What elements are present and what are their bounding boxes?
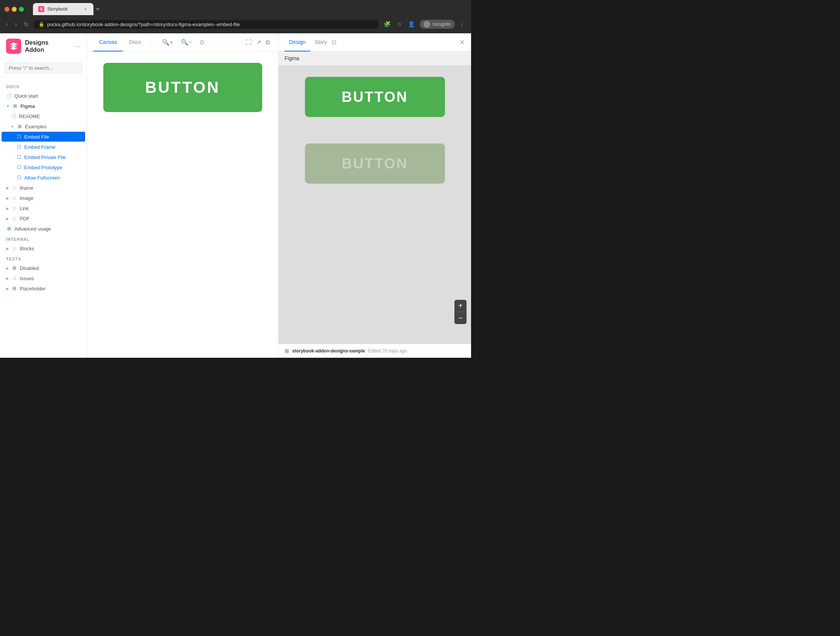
sidebar-item-embed-prototype[interactable]: ☐ Embed Prototype — [2, 162, 85, 172]
chevron-down-icon: ▼ — [11, 125, 14, 129]
profile-button[interactable]: 👤 — [406, 20, 417, 28]
zoom-out-button[interactable]: 🔍− — [178, 37, 194, 47]
sidebar-item-allow-fullscreen[interactable]: ☐ Allow Fullscreen — [2, 172, 85, 182]
traffic-lights — [5, 7, 24, 12]
figma-button-disabled: BUTTON — [305, 144, 445, 184]
chevron-right-icon: ▶ — [6, 266, 9, 270]
sidebar-item-image[interactable]: ▶ □ Image — [2, 193, 85, 203]
sidebar-item-label: README — [19, 114, 40, 119]
browser-addressbar: ‹ › ↻ 🔒 pocka.github.io/storybook-addon-… — [0, 17, 471, 32]
split-panel-button[interactable]: ⊟ — [332, 39, 336, 46]
tests-section-label: TESTS — [0, 254, 87, 263]
browser-forward-button[interactable]: › — [13, 19, 18, 29]
zoom-plus-button[interactable]: + — [455, 300, 467, 312]
minimize-button[interactable] — [12, 7, 17, 12]
right-panel-tabs: Design Story ⊟ ✕ — [278, 33, 471, 52]
sidebar-item-disabled[interactable]: ▶ ⊞ Disabled — [2, 263, 85, 273]
main-content: Canvas Docs 🔍+ 🔍− ⊙ ⛶ ↗ ⧉ BUTTON — [87, 33, 278, 358]
design-tab-label: Design — [289, 39, 306, 45]
sidebar-item-label: Embed Private File — [24, 155, 66, 160]
grid-icon: ⊞ — [12, 103, 18, 109]
sidebar-app-title: Designs Addon — [25, 39, 49, 53]
sidebar-logo — [6, 39, 21, 54]
sidebar-item-iframe[interactable]: ▶ □ iframe — [2, 183, 85, 193]
sidebar-item-blocks[interactable]: ▶ □ Blocks — [2, 244, 85, 253]
copy-link-button[interactable]: ⧉ — [263, 38, 272, 47]
active-tab[interactable]: S Storybook × — [33, 3, 93, 15]
toolbar-divider — [150, 38, 151, 47]
tab-close-button[interactable]: × — [83, 6, 88, 12]
book-icon: 📄 — [6, 93, 12, 99]
folder-icon: □ — [11, 205, 17, 211]
sidebar-item-pdf[interactable]: ▶ □ PDF — [2, 214, 85, 223]
doc-icon: ☐ — [16, 134, 22, 140]
grid-icon: ⊞ — [17, 123, 23, 130]
sidebar-item-issues[interactable]: ▶ □ Issues — [2, 273, 85, 283]
folder-icon: □ — [11, 185, 17, 191]
close-panel-button[interactable]: ✕ — [459, 38, 465, 47]
figma-canvas: BUTTON BUTTON — [278, 65, 471, 344]
chevron-right-icon: ▶ — [6, 217, 9, 221]
address-bar[interactable]: 🔒 pocka.github.io/storybook-addon-design… — [34, 20, 379, 29]
sidebar-item-embed-file[interactable]: ☐ Embed File — [2, 132, 85, 142]
docs-section-label: DOCS — [0, 81, 87, 90]
zoom-minus-button[interactable]: − — [455, 312, 467, 324]
tab-design[interactable]: Design — [284, 33, 310, 52]
folder-icon: □ — [11, 275, 17, 281]
sidebar-item-placeholder[interactable]: ▶ ⊞ Placeholder — [2, 283, 85, 293]
toolbar-actions: 🔍+ 🔍− ⊙ — [159, 37, 207, 47]
sidebar-item-label: Disabled — [20, 265, 39, 271]
sidebar-item-embed-private-file[interactable]: ☐ Embed Private File — [2, 152, 85, 162]
browser-back-button[interactable]: ‹ — [5, 19, 9, 29]
new-tab-button[interactable]: + — [93, 5, 102, 13]
sidebar-more-button[interactable]: ··· — [75, 43, 81, 51]
book-icon: 📄 — [11, 113, 17, 119]
chevron-right-icon: ▶ — [6, 196, 9, 200]
tab-bar: S Storybook × + — [33, 3, 102, 15]
sidebar-nav: DOCS 📄 Quick start ▼ ⊞ Figma 📄 README ▼ … — [0, 77, 87, 358]
right-panel: Design Story ⊟ ✕ Figma BUTTON BUTTON + − — [278, 33, 471, 358]
sidebar-item-label: iframe — [20, 185, 33, 191]
chevron-right-icon: ▶ — [6, 286, 9, 291]
share-button[interactable]: ↗ — [254, 37, 263, 47]
fullscreen-button[interactable]: ⛶ — [243, 38, 254, 47]
figma-file-name: storybook-addon-designs-sample — [292, 348, 365, 354]
chevron-right-icon: ▶ — [6, 276, 9, 280]
zoom-reset-button[interactable]: ⊙ — [197, 37, 207, 47]
sidebar-item-readme[interactable]: 📄 README — [2, 111, 85, 121]
right-panel-body: Figma BUTTON BUTTON + − — [278, 52, 471, 344]
zoom-in-button[interactable]: 🔍+ — [159, 37, 175, 47]
browser-chrome: S Storybook × + ‹ › ↻ 🔒 pocka.github.io/… — [0, 0, 471, 33]
canvas-button-text: BUTTON — [145, 78, 220, 97]
incognito-indicator: Incognito — [420, 20, 455, 29]
canvas-area: BUTTON — [87, 52, 278, 358]
address-text: pocka.github.io/storybook-addon-designs/… — [47, 22, 240, 27]
sidebar-item-advanced-usage[interactable]: ⊞ Advanced usage — [2, 224, 85, 234]
app: Designs Addon ··· DOCS 📄 Quick start ▼ ⊞… — [0, 33, 471, 358]
sidebar-item-label: Placeholder — [20, 286, 46, 291]
extensions-button[interactable]: 🧩 — [382, 20, 392, 28]
tab-docs[interactable]: Docs — [123, 33, 147, 52]
browser-refresh-button[interactable]: ↻ — [22, 19, 30, 30]
figma-edit-time: Edited 20 days ago — [368, 348, 407, 354]
incognito-avatar — [423, 21, 430, 28]
sidebar-item-quick-start[interactable]: 📄 Quick start — [2, 91, 85, 101]
sidebar-item-embed-frame[interactable]: ☐ Embed Frame — [2, 142, 85, 152]
sidebar-item-label: PDF — [20, 216, 30, 221]
close-button[interactable] — [5, 7, 9, 12]
browser-menu-button[interactable]: ⋮ — [458, 20, 467, 28]
sidebar-item-figma[interactable]: ▼ ⊞ Figma — [2, 101, 85, 111]
maximize-button[interactable] — [19, 7, 24, 12]
sidebar-item-examples[interactable]: ▼ ⊞ Examples — [2, 122, 85, 131]
tab-canvas[interactable]: Canvas — [93, 33, 123, 52]
search-input[interactable] — [5, 62, 82, 73]
internal-section-label: INTERNAL — [0, 234, 87, 243]
sidebar-item-link[interactable]: ▶ □ Link — [2, 203, 85, 213]
bookmark-button[interactable]: ☆ — [395, 20, 403, 28]
sidebar-item-label: Embed Prototype — [24, 165, 62, 170]
doc-icon: ☐ — [16, 154, 22, 160]
tab-story[interactable]: Story — [310, 33, 332, 52]
doc-icon: ☐ — [16, 164, 22, 170]
doc-icon: ☐ — [16, 174, 22, 180]
toolbar: Canvas Docs 🔍+ 🔍− ⊙ ⛶ ↗ ⧉ — [87, 33, 278, 52]
